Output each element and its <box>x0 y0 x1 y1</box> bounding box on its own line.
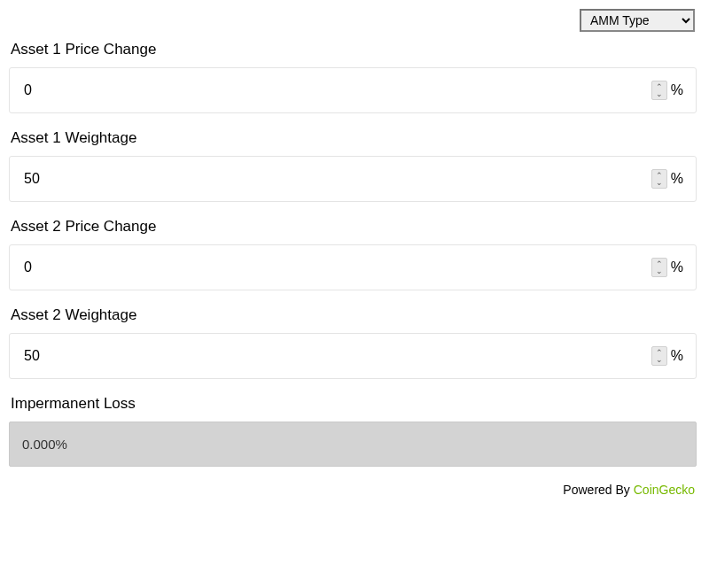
stepper-asset1-price[interactable]: ⌃ ⌄ <box>651 81 667 100</box>
footer-prefix: Powered By <box>563 483 633 497</box>
field-asset2-weight: Asset 2 Weightage ⌃ ⌄ % <box>9 306 697 379</box>
chevron-down-icon[interactable]: ⌄ <box>656 356 663 363</box>
chevron-down-icon[interactable]: ⌄ <box>656 90 663 97</box>
unit-percent: % <box>671 171 683 187</box>
coingecko-link[interactable]: CoinGecko <box>634 483 695 497</box>
footer: Powered By CoinGecko <box>9 483 697 497</box>
unit-percent: % <box>671 82 683 98</box>
unit-percent: % <box>671 259 683 275</box>
chevron-down-icon[interactable]: ⌄ <box>656 179 663 186</box>
field-asset2-price: Asset 2 Price Change ⌃ ⌄ % <box>9 218 697 290</box>
input-asset2-weight[interactable] <box>22 343 651 369</box>
unit-percent: % <box>671 348 683 364</box>
field-asset1-price: Asset 1 Price Change ⌃ ⌄ % <box>9 41 697 113</box>
input-asset1-price[interactable] <box>22 77 651 104</box>
label-asset1-price: Asset 1 Price Change <box>11 41 697 58</box>
input-row-asset2-weight: ⌃ ⌄ % <box>9 333 697 379</box>
input-row-asset1-weight: ⌃ ⌄ % <box>9 156 697 202</box>
label-asset1-weight: Asset 1 Weightage <box>11 129 697 147</box>
amm-type-select[interactable]: AMM Type <box>580 9 695 32</box>
input-asset2-price[interactable] <box>22 254 651 281</box>
input-row-asset1-price: ⌃ ⌄ % <box>9 67 697 113</box>
label-asset2-price: Asset 2 Price Change <box>11 218 697 236</box>
stepper-asset2-weight[interactable]: ⌃ ⌄ <box>651 346 667 366</box>
calculator-form: AMM Type Asset 1 Price Change ⌃ ⌄ % Asse… <box>0 0 709 506</box>
field-asset1-weight: Asset 1 Weightage ⌃ ⌄ % <box>9 129 697 202</box>
result-label: Impermanent Loss <box>11 395 697 413</box>
input-row-asset2-price: ⌃ ⌄ % <box>9 244 697 290</box>
result-group: Impermanent Loss 0.000% <box>9 395 697 467</box>
input-asset1-weight[interactable] <box>22 166 651 192</box>
chevron-down-icon[interactable]: ⌄ <box>656 267 663 275</box>
top-row: AMM Type <box>9 9 697 32</box>
stepper-asset2-price[interactable]: ⌃ ⌄ <box>651 258 667 277</box>
stepper-asset1-weight[interactable]: ⌃ ⌄ <box>651 169 667 189</box>
result-value: 0.000% <box>9 422 697 467</box>
label-asset2-weight: Asset 2 Weightage <box>11 306 697 324</box>
